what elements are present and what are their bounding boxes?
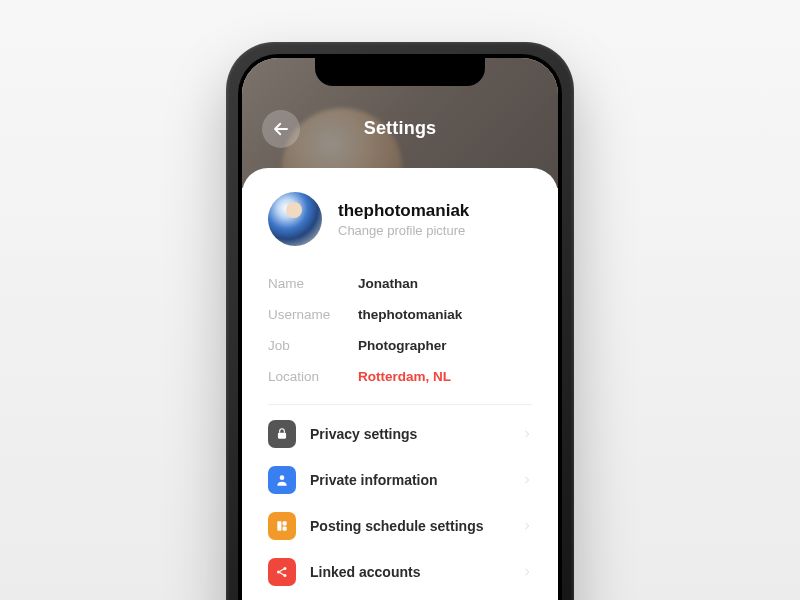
field-location[interactable]: Location Rotterdam, NL — [268, 361, 532, 392]
notch — [315, 58, 485, 86]
profile-fields: Name Jonathan Username thephotomaniak Jo… — [268, 268, 532, 392]
avatar[interactable] — [268, 192, 322, 246]
lock-icon — [268, 420, 296, 448]
field-name[interactable]: Name Jonathan — [268, 268, 532, 299]
profile-row: thephotomaniak Change profile picture — [268, 192, 532, 246]
chevron-right-icon — [522, 473, 532, 487]
field-job[interactable]: Job Photographer — [268, 330, 532, 361]
menu-item-posting-schedule[interactable]: Posting schedule settings — [268, 503, 532, 549]
menu-item-private-info[interactable]: Private information — [268, 457, 532, 503]
phone-body: Settings thephotomaniak Change profile p… — [226, 42, 574, 600]
chevron-right-icon — [522, 427, 532, 441]
change-picture-link[interactable]: Change profile picture — [338, 223, 469, 238]
settings-menu: Privacy settings Private information — [268, 411, 532, 595]
svg-rect-3 — [277, 521, 281, 530]
field-username[interactable]: Username thephotomaniak — [268, 299, 532, 330]
field-value: Jonathan — [358, 276, 418, 291]
field-label: Name — [268, 276, 358, 291]
menu-item-linked-accounts[interactable]: Linked accounts — [268, 549, 532, 595]
field-value: thephotomaniak — [358, 307, 462, 322]
settings-card: thephotomaniak Change profile picture Na… — [242, 168, 558, 600]
page-title: Settings — [242, 118, 558, 139]
user-icon — [268, 466, 296, 494]
menu-label: Private information — [310, 472, 508, 488]
share-icon — [268, 558, 296, 586]
profile-username: thephotomaniak — [338, 201, 469, 221]
svg-rect-1 — [278, 433, 286, 439]
menu-label: Privacy settings — [310, 426, 508, 442]
phone-frame: Settings thephotomaniak Change profile p… — [226, 42, 574, 600]
screen: Settings thephotomaniak Change profile p… — [242, 58, 558, 600]
svg-point-2 — [280, 475, 285, 480]
divider — [268, 404, 532, 405]
field-value: Rotterdam, NL — [358, 369, 451, 384]
svg-rect-4 — [283, 521, 287, 525]
phone-bezel: Settings thephotomaniak Change profile p… — [238, 54, 562, 600]
profile-text: thephotomaniak Change profile picture — [338, 201, 469, 238]
svg-rect-5 — [283, 527, 287, 531]
menu-label: Posting schedule settings — [310, 518, 508, 534]
menu-item-privacy[interactable]: Privacy settings — [268, 411, 532, 457]
field-label: Job — [268, 338, 358, 353]
grid-icon — [268, 512, 296, 540]
menu-label: Linked accounts — [310, 564, 508, 580]
field-label: Username — [268, 307, 358, 322]
field-label: Location — [268, 369, 358, 384]
chevron-right-icon — [522, 519, 532, 533]
chevron-right-icon — [522, 565, 532, 579]
field-value: Photographer — [358, 338, 447, 353]
